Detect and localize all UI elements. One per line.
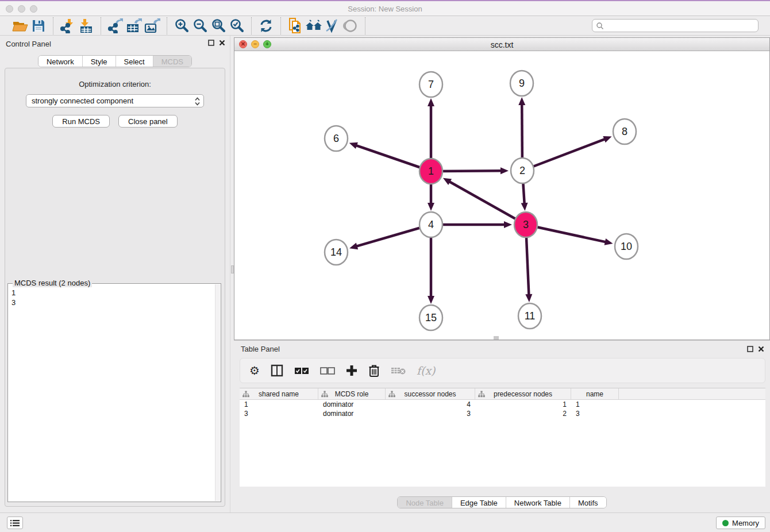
close-panel-icon[interactable] — [219, 40, 225, 46]
table-cell[interactable]: dominator — [318, 400, 386, 409]
plus-icon — [346, 365, 357, 376]
first-neighbors-button[interactable] — [305, 18, 323, 34]
refresh-icon — [259, 18, 274, 33]
panel-splitter[interactable] — [230, 36, 234, 512]
tab-network[interactable]: Network — [38, 56, 83, 67]
edge-arrowhead — [428, 98, 434, 106]
apply-layout-button[interactable] — [257, 18, 275, 34]
status-bar: Memory — [0, 512, 770, 532]
import-table-icon — [79, 18, 94, 33]
run-mcds-button[interactable]: Run MCDS — [52, 115, 110, 128]
float-table-panel-icon[interactable] — [747, 346, 753, 352]
delete-table-button[interactable] — [391, 363, 406, 379]
select-all-button[interactable] — [294, 363, 309, 379]
table-body: 1dominator4113dominator323 — [240, 400, 765, 418]
table-cell[interactable]: dominator — [318, 409, 386, 418]
eye-icon — [343, 18, 358, 33]
table-panel: Table Panel ⚙ — [234, 340, 770, 512]
table-cell[interactable]: 4 — [386, 400, 475, 409]
mcds-result-scrollbar[interactable] — [215, 284, 220, 501]
open-session-button[interactable] — [11, 18, 29, 34]
table-cell[interactable]: 2 — [475, 409, 571, 418]
vizmapper-button[interactable] — [323, 18, 341, 34]
tab-edge-table[interactable]: Edge Table — [452, 497, 506, 508]
graph-node-label: 6 — [333, 133, 339, 144]
edge-arrowhead — [504, 221, 512, 228]
zoom-selected-button[interactable] — [228, 18, 246, 34]
tab-node-table[interactable]: Node Table — [398, 497, 452, 508]
graph-node-label: 10 — [621, 241, 632, 252]
edge-arrowhead — [518, 97, 525, 105]
tab-style[interactable]: Style — [83, 56, 116, 67]
network-window-titlebar[interactable]: ✕ – + scc.txt — [234, 38, 769, 51]
mcds-result-text[interactable]: 1 3 — [8, 285, 214, 502]
title-bar: Session: New Session — [0, 0, 770, 16]
table-settings-button[interactable]: ⚙ — [249, 363, 260, 379]
duplicate-network-icon — [288, 18, 303, 34]
table-row[interactable]: 3dominator323 — [240, 409, 765, 418]
table-cell[interactable]: 3 — [571, 409, 619, 418]
table-cell[interactable]: 3 — [240, 409, 318, 418]
export-network-icon — [107, 18, 124, 33]
vizmapper-icon — [325, 18, 340, 33]
import-table-button[interactable] — [77, 18, 95, 34]
zoom-in-button[interactable] — [172, 18, 191, 34]
table-cell[interactable]: 1 — [240, 400, 318, 409]
graph-edge-3-1[interactable] — [449, 182, 526, 225]
float-panel-icon[interactable] — [208, 40, 214, 46]
column-layout-button[interactable] — [271, 363, 283, 379]
memory-button[interactable]: Memory — [716, 516, 765, 529]
table-cell[interactable]: 1 — [571, 400, 619, 409]
canvas-hscroll-knob[interactable] — [494, 336, 499, 340]
graph-edge-3-10[interactable] — [526, 225, 606, 242]
column-header[interactable]: shared name — [240, 388, 318, 399]
import-network-button[interactable] — [59, 18, 77, 34]
graph-edge-2-8[interactable] — [522, 139, 605, 171]
table-cell[interactable]: 1 — [475, 400, 571, 409]
column-header[interactable]: predecessor nodes — [475, 388, 571, 399]
mcds-result-box: MCDS result (2 nodes) 1 3 — [7, 283, 221, 502]
edge-arrowhead — [428, 296, 434, 304]
tab-select[interactable]: Select — [116, 56, 153, 67]
attribute-tree-icon — [478, 391, 485, 398]
zoom-selected-icon — [229, 18, 244, 33]
table-row[interactable]: 1dominator411 — [240, 400, 765, 409]
network-graph[interactable]: 7968124314101511 — [234, 51, 769, 340]
search-icon — [596, 22, 604, 30]
table-cell[interactable]: 3 — [386, 409, 475, 418]
export-network-button[interactable] — [106, 18, 125, 34]
column-header[interactable]: successor nodes — [386, 388, 475, 399]
close-panel-button[interactable]: Close panel — [118, 115, 178, 128]
export-table-button[interactable] — [125, 18, 143, 34]
tab-motifs[interactable]: Motifs — [570, 497, 606, 508]
import-network-icon — [60, 18, 76, 33]
zoom-fit-button[interactable] — [209, 18, 228, 34]
edge-arrowhead — [525, 294, 532, 302]
tab-mcds[interactable]: MCDS — [153, 56, 191, 67]
task-history-button[interactable] — [7, 516, 23, 529]
column-header[interactable]: MCDS role — [318, 388, 386, 399]
network-window-title: scc.txt — [234, 40, 769, 49]
delete-column-button[interactable] — [368, 363, 380, 379]
save-session-button[interactable] — [29, 18, 48, 34]
main-toolbar — [0, 16, 770, 36]
function-builder-button[interactable]: f(x) — [417, 363, 436, 379]
deselect-all-button[interactable] — [320, 363, 335, 379]
attribute-tree-icon — [321, 391, 328, 398]
hide-selected-button[interactable] — [341, 18, 360, 34]
zoom-out-button[interactable] — [191, 18, 209, 34]
criterion-dropdown[interactable]: strongly connected component — [26, 94, 204, 107]
table-toolbar: ⚙ — [240, 358, 765, 383]
search-input[interactable] — [604, 22, 754, 30]
search-field[interactable] — [592, 19, 759, 32]
graph-node-label: 7 — [428, 79, 434, 90]
control-panel: Control Panel Network Style Select MCDS … — [0, 36, 230, 512]
close-table-panel-icon[interactable] — [758, 346, 764, 352]
column-header[interactable]: name — [571, 388, 619, 399]
export-image-button[interactable] — [143, 18, 161, 34]
graph-node-label: 14 — [330, 246, 342, 258]
tab-network-table[interactable]: Network Table — [506, 497, 570, 508]
duplicate-network-button[interactable] — [286, 18, 305, 34]
network-canvas[interactable]: 7968124314101511 — [234, 51, 769, 340]
add-column-button[interactable] — [346, 363, 357, 379]
